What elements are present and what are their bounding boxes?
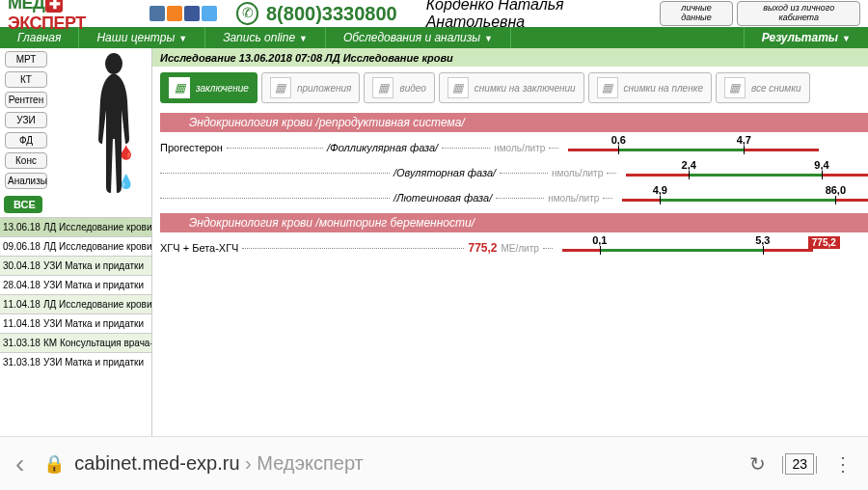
phase-name: /Фолликулярная фаза/ (327, 142, 438, 153)
body-figure[interactable] (80, 52, 148, 197)
phase-unit: нмоль/литр (494, 143, 545, 153)
tabs-count[interactable]: 23 (785, 453, 814, 475)
phone-icon (236, 2, 258, 25)
logout-button[interactable]: выход из личного кабинета (737, 1, 860, 26)
phase-name: /Овуляторная фаза/ (393, 167, 496, 178)
section-pregnancy: Эндокринология крови /мониторинг беремен… (160, 213, 868, 232)
filter-all-button[interactable]: ВСЕ (4, 196, 42, 213)
blood-drop-icon: 🩸 (118, 145, 134, 160)
reload-icon[interactable]: ↻ (749, 452, 766, 476)
phase-unit: нмоль/литр (552, 168, 603, 178)
ok-icon[interactable] (167, 6, 182, 21)
result-header: Исследование 13.06.2018 07:08 ЛД Исследо… (152, 48, 868, 67)
visit-row[interactable]: 30.04.18УЗИ Матка и придатки (0, 256, 151, 275)
visit-row[interactable]: 11.04.18УЗИ Матка и придатки (0, 313, 151, 333)
lock-icon: 🔒 (43, 453, 65, 475)
tab-приложения[interactable]: ▦приложения (261, 72, 361, 103)
filter-rentgen[interactable]: Рентген (5, 92, 47, 108)
filter-mrt[interactable]: МРТ (5, 51, 47, 68)
hormone-name: Прогестерон (160, 142, 223, 153)
menu-results[interactable]: Результаты▼ (744, 27, 868, 49)
sidebar: МРТ КТ Рентген УЗИ ФД Конс Анализы 🩸 💧 В… (0, 48, 152, 436)
hcg-badge: 775,2 (808, 236, 840, 249)
visit-row[interactable]: 09.06.18ЛД Исследование крови (0, 236, 151, 256)
phase-range: 2,4 9,4 (626, 165, 868, 180)
phase-row: /Овуляторная фаза/ нмоль/литр 2,4 9,4 ▮▮… (152, 163, 868, 188)
filter-analyses[interactable]: Анализы (5, 173, 47, 189)
browser-bar: ‹ 🔒 cabinet.med-exp.ru › Медэксперт ↻ 23… (0, 436, 868, 490)
svg-point-0 (105, 53, 122, 74)
menu-centers[interactable]: Наши центры▼ (79, 27, 205, 49)
url-domain: cabinet.med-exp.ru (74, 452, 239, 474)
filter-kt[interactable]: КТ (5, 71, 47, 88)
filter-uzi[interactable]: УЗИ (5, 112, 47, 128)
phase-row: /Лютеиновая фаза/ нмоль/литр 4,9 86,0 ▮▮… (152, 188, 868, 213)
phase-row: Прогестерон /Фолликулярная фаза/ нмоль/л… (152, 138, 868, 163)
section-reproductive: Эндокринология крови /репродуктивная сис… (160, 113, 868, 132)
logo-med: МЕД (8, 0, 44, 13)
menu-tests[interactable]: Обследования и анализы▼ (326, 27, 511, 49)
logo-plus-icon: ✚ (45, 0, 63, 13)
vk-icon[interactable] (149, 6, 165, 21)
main-menu: Главная Наши центры▼ Запись online▼ Обсл… (0, 27, 868, 48)
menu-dots-icon[interactable]: ⋮ (833, 452, 853, 476)
filter-panel: МРТ КТ Рентген УЗИ ФД Конс Анализы 🩸 💧 (0, 48, 151, 192)
hcg-low: 0,1 (592, 234, 607, 246)
visit-row[interactable]: 28.04.18УЗИ Матка и придатки (0, 275, 151, 294)
hcg-name: ХГЧ + Бета-ХГЧ (160, 242, 238, 254)
social-icons (149, 6, 217, 21)
tab-bar: ▦заключение▦приложения▦видео▦снимки на з… (152, 67, 868, 113)
phase-range: 0,6 4,7 (568, 140, 819, 155)
tab-все-снимки[interactable]: ▦все снимки (716, 72, 810, 103)
hcg-range: 0,1 5,3 775,2 (562, 240, 813, 256)
main-panel: Исследование 13.06.2018 07:08 ЛД Исследо… (152, 48, 868, 436)
hcg-high: 5,3 (755, 234, 770, 246)
back-icon[interactable]: ‹ (15, 449, 24, 479)
tab-снимки-на-пленке[interactable]: ▦снимки на пленке (588, 72, 712, 103)
visit-row[interactable]: 31.03.18КМ Консультация врача-г… (0, 333, 151, 352)
tw-icon[interactable] (202, 6, 217, 21)
phase-name: /Лютеиновая фаза/ (393, 192, 492, 204)
visit-row[interactable]: 13.06.18ЛД Исследование крови (0, 217, 151, 236)
phase-unit: нмоль/литр (548, 193, 599, 204)
fb-icon[interactable] (184, 6, 200, 21)
urine-drop-icon: 💧 (118, 174, 134, 189)
personal-data-button[interactable]: личные данные (660, 1, 734, 26)
url-bar[interactable]: 🔒 cabinet.med-exp.ru › Медэксперт (43, 452, 730, 475)
filter-kons[interactable]: Конс (5, 152, 47, 169)
tab-снимки-на-заключении[interactable]: ▦снимки на заключении (439, 72, 584, 103)
visit-row[interactable]: 31.03.18УЗИ Матка и придатки (0, 352, 151, 371)
app-header: МЕД✚ЭКСПЕРТ 8(800)3330800 Корденко Натал… (0, 0, 868, 27)
filter-fd[interactable]: ФД (5, 132, 47, 149)
hcg-value: 775,2 (468, 241, 497, 255)
tab-заключение[interactable]: ▦заключение (160, 72, 258, 103)
phase-range: 4,9 86,0 (622, 190, 868, 205)
hcg-row: ХГЧ + Бета-ХГЧ 775,2 МЕ/литр 0,1 5,3 775… (152, 238, 868, 263)
phone-number: 8(800)3330800 (266, 3, 397, 25)
tab-видео[interactable]: ▦видео (364, 72, 434, 103)
hcg-unit: МЕ/литр (501, 243, 538, 254)
menu-main[interactable]: Главная (0, 27, 79, 48)
visit-row[interactable]: 11.04.18ЛД Исследование крови (0, 294, 151, 313)
menu-booking[interactable]: Запись online▼ (205, 27, 326, 49)
visits-list: 13.06.18ЛД Исследование крови09.06.18ЛД … (0, 217, 151, 436)
url-title: › Медэксперт (240, 452, 364, 474)
result-title: Исследование 13.06.2018 07:08 ЛД Исследо… (160, 52, 453, 64)
